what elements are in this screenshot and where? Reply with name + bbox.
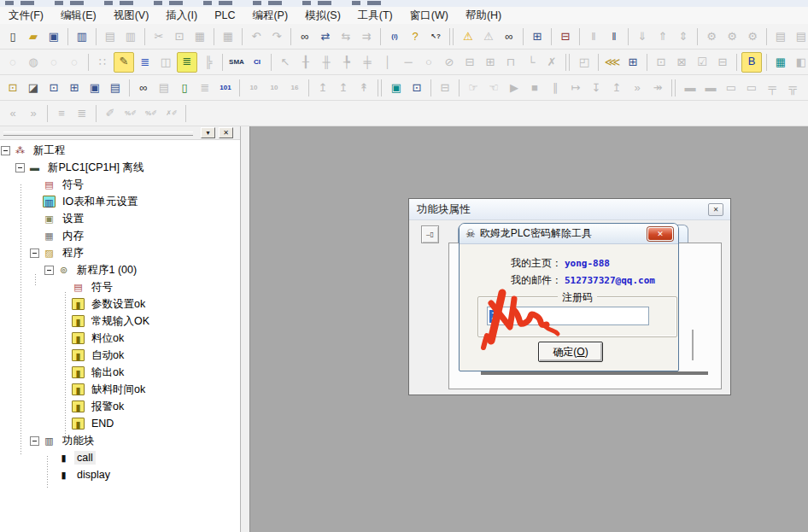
hex-16-icon[interactable]: 16 [285,79,304,97]
upload-from-plc-icon[interactable]: ⇑ [653,27,672,46]
line-corner-icon[interactable]: └ [522,53,541,72]
pen-set-icon[interactable]: ✐ [101,104,120,123]
new-file-icon[interactable]: ▯ [3,27,22,46]
tree-item-function-blocks[interactable]: ▥功能块 [0,432,240,449]
indent-right-icon[interactable]: » [24,104,43,123]
cut-icon[interactable]: ✂ [149,27,168,46]
pen-clear-icon[interactable]: ✗✐ [162,104,181,123]
tree-item-section-shortage[interactable]: ▮缺料时间ok [0,381,240,398]
instruction-palette-icon[interactable]: ⋘ [603,53,622,72]
decimal-10-icon[interactable]: 10 [244,79,263,97]
contact-or-nc-icon[interactable]: ╪ [358,53,377,72]
tree-item-symbols[interactable]: ▤符号 [0,176,240,193]
tree-expander-icon[interactable] [44,266,54,275]
tool-dialog-close-button[interactable]: ✕ [647,227,673,241]
cascade-windows-icon[interactable]: ⊡ [3,79,22,97]
work-online-simulator-icon[interactable]: ⚠ [459,27,477,46]
mnemonics-view-icon[interactable]: SMA [227,53,246,72]
panel-dropdown-button[interactable]: ▾ [201,127,215,138]
pin-button[interactable]: –▯ [421,225,439,243]
menu-window[interactable]: 窗口(W) [401,7,457,24]
pen-percent-icon[interactable]: %✐ [121,104,140,123]
tree-expander-icon[interactable] [1,146,10,155]
tree-item-new-program[interactable]: ⊚新程序1 (00) [0,261,240,278]
select-mode-icon[interactable]: ↖ [276,53,295,72]
cross-ref-3-icon[interactable]: ╪ [804,79,808,97]
output-window-icon[interactable]: ◧ [792,53,808,72]
ci-view-icon[interactable]: CI [248,53,266,72]
partial-compare-icon[interactable]: ⚙ [743,27,762,46]
tree-item-section-alarm[interactable]: ▮报警ok [0,398,240,415]
pause-monitor-icon[interactable]: ‖ [584,27,603,46]
tool-dialog-titlebar[interactable]: ☠ 欧姆龙PLC密码解除工具 [460,224,678,244]
menu-view[interactable]: 视图(V) [105,7,158,24]
window-list-icon[interactable]: ⊟ [436,79,454,97]
indent-left-icon[interactable]: « [3,104,22,123]
build-tool-icon[interactable]: ◪ [24,79,43,97]
menu-plc[interactable]: PLC [206,7,243,24]
program-view-icon[interactable]: ◰ [575,53,594,72]
about-icon[interactable]: (i) [385,27,404,46]
tree-item-io-table[interactable]: ▥IO表和单元设置 [0,193,240,210]
properties-icon[interactable]: ▤ [106,79,125,97]
rack-gray-icon[interactable]: ▤ [155,79,173,97]
password-protect-icon[interactable]: ▣ [387,79,406,97]
copy-icon[interactable]: ⊡ [170,27,189,46]
tree-item-section-output[interactable]: ▮输出ok [0,364,240,381]
window-find-icon[interactable]: ⊡ [44,79,63,97]
find-icon[interactable]: ∞ [296,27,314,46]
edit-comment-icon[interactable]: ✎ [114,52,134,73]
block-top-icon[interactable]: ≣ [73,104,91,123]
sim-stop-icon[interactable]: ■ [525,79,544,97]
io-rack-color-icon[interactable]: ▦ [771,53,790,72]
pause-icon[interactable]: ‖ [605,27,624,46]
tree-item-section-level[interactable]: ▮料位ok [0,330,240,347]
tree-expander-icon[interactable] [15,163,25,172]
tree-item-settings[interactable]: ▣设置 [0,210,240,227]
section-list-icon[interactable]: ≣ [177,52,197,73]
panel-splitter[interactable] [240,126,250,532]
force-cancel-icon[interactable]: ↟ [354,79,373,97]
menu-program[interactable]: 编程(P) [243,7,296,24]
contact-nc-icon[interactable]: ╫ [317,53,336,72]
rung-check-icon[interactable]: ☑ [693,53,711,72]
help-icon[interactable]: ? [406,27,424,46]
context-help-icon[interactable]: ↖? [426,27,445,46]
menu-insert[interactable]: 插入(I) [157,7,206,24]
instruction-box-icon[interactable]: ⊟ [460,53,479,72]
cross-ref-2-icon[interactable]: ╦ [783,79,802,97]
coil-closed-icon[interactable]: ⊘ [440,53,459,72]
instruction-box-2-icon[interactable]: ⊞ [481,53,500,72]
hand-monitor-icon[interactable]: ☜ [484,79,503,97]
print-preview-icon[interactable]: ▥ [121,27,140,46]
registration-code-input[interactable]: Z [487,307,649,325]
grid-icon[interactable]: ∷ [93,53,112,72]
find-section-icon[interactable]: ∞ [134,79,153,97]
tree-item-section-input[interactable]: ▮常规输入OK [0,313,240,330]
binary-monitor-icon[interactable]: 101 [216,79,235,97]
print-icon[interactable]: ▤ [101,27,120,46]
io-comment-icon[interactable]: ⊡ [652,53,670,72]
tree-item-programs[interactable]: ▨程序 [0,244,240,261]
auto-online-icon[interactable]: ⚠ [479,27,498,46]
undo-icon[interactable]: ↶ [247,27,266,46]
symbols-page-icon[interactable]: ⊟ [713,53,732,72]
continuous-step-icon[interactable]: » [628,79,647,97]
network-3-icon[interactable]: ▭ [722,79,741,97]
hand-online-icon[interactable]: ☞ [464,79,483,97]
zoom-in-icon[interactable]: ◌ [44,53,63,72]
menu-file[interactable]: 文件(F) [0,7,52,24]
page-flag-icon[interactable]: ▯ [175,79,194,97]
menu-help[interactable]: 帮助(H) [457,7,510,24]
list-gray-icon[interactable]: ≣ [196,79,214,97]
tree-item-section-end[interactable]: ▮END [0,415,240,432]
horizontal-line-icon[interactable]: ─ [399,53,418,72]
open-folder-icon[interactable]: ▰ [24,27,43,46]
network-4-icon[interactable]: ▭ [742,79,761,97]
tree-item-fb-display[interactable]: ▮display [0,466,240,483]
find-replace-icon[interactable]: ⇆ [337,27,355,46]
fb-call-icon[interactable]: ⊓ [501,53,520,72]
replace-icon[interactable]: ⇄ [316,27,335,46]
cross-ref-1-icon[interactable]: ╤ [763,79,782,97]
ok-button[interactable]: 确定(O) [538,342,603,362]
